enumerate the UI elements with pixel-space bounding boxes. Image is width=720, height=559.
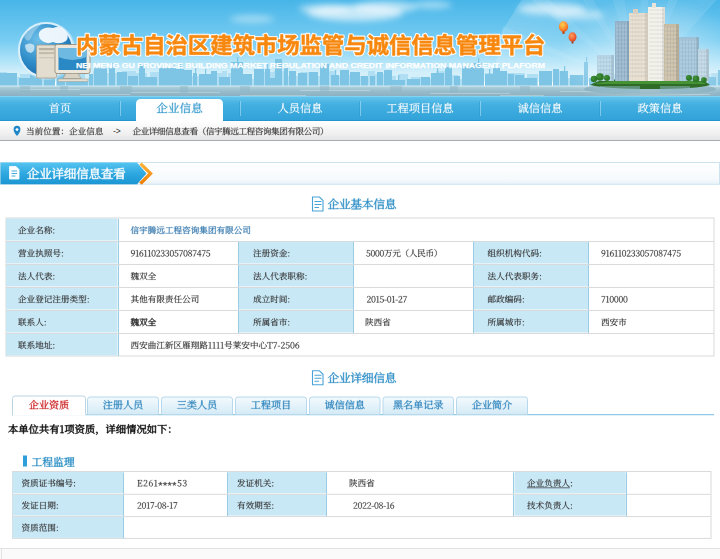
svg-text:->: -> xyxy=(113,126,121,136)
svg-text:NEI MENG GU PROVINCE BUILDING: NEI MENG GU PROVINCE BUILDING MARKET REG… xyxy=(76,61,545,70)
